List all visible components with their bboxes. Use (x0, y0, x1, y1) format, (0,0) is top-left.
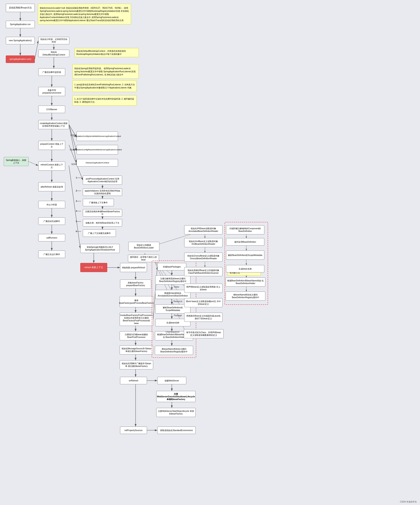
step5-label: 5—— (76, 220, 81, 223)
gen-bean-name2-node: 生成bean名称 (226, 265, 264, 272)
new-spring-note-label: 初始化resourceLoader=null; 初始化应能应用程序类型（SERV… (40, 6, 129, 22)
default-ctx-note: 初始化DefaultBootstrapContext，共将某此实例添加到 Boo… (75, 48, 139, 57)
after-refresh-node: afterRefresh 刷新后处理 (38, 182, 65, 191)
create-webserver-node: 创建WebServer (157, 377, 186, 384)
spring-run-label: SpringApplication.run (10, 23, 31, 26)
prepare-env-node: 准备环境 prepareEnvironment (38, 87, 65, 96)
charseq-load-node: 将字符形式转为Class，并用声明bean 定义读取器加载数量类的定义 (184, 329, 224, 338)
register-bean-node: 注册启动类的单例Bean到beanFactory中 (83, 209, 122, 217)
servlet-node: AnnotationConfigServletWebServerApplicat… (77, 132, 118, 141)
svg-line-17 (69, 125, 77, 151)
main-entry-node: 启动应用程序main方法 (6, 4, 35, 12)
new-spring-label: new SpringApplication() (9, 39, 32, 42)
init-broadcast2-node: 初始化应用事件广播器并与bean单 例注册到beanFactory (120, 360, 153, 369)
classpath-scanner-node: 初始化类路径Bean定义扫描器对象 ClassPathBeanDefinitio… (184, 267, 223, 276)
register-shutdown-node: 注册 WebServerGracefulShutdownLifecycle单例到… (156, 391, 196, 402)
package-label: Package (174, 314, 182, 316)
init-timer-node: 初始化计时器，记录程序启动时间 (38, 37, 69, 44)
scan-bd-node: 扫描到被注解修饰的Component的 BeanDefinition (226, 225, 264, 234)
spring-listener-note: 初始化Spring应用程序监听器。 使用SpringFactoriesLoade… (72, 64, 139, 79)
init-prop-sources-node: initPropertySources (120, 427, 147, 434)
diagram-container: 启动应用程序main方法 初始化resourceLoader=null; 初始化… (0, 0, 420, 505)
invoke-bf-post-node: InvokeBeanFactoryPostProcessors 实例化并使用所有… (120, 313, 153, 326)
broadcast-listener-node: 广播启动事件监听器 (38, 68, 65, 76)
broadcast-running-node: 广播正在运行事件 (38, 251, 65, 258)
svg-line-3 (35, 41, 38, 59)
none-node: AbstractApplicationContext (77, 159, 118, 166)
new-spring-node: new SpringApplication() (6, 37, 35, 44)
spring-core-node: Spring框架核心，刷新上下文 (4, 157, 29, 166)
apply-init-node: applyInitializers 应用所有应用程序初始化器的初始化逻辑 (83, 189, 122, 196)
prepare-refresh-node: 准备刷新 prepareRefresh (120, 263, 147, 272)
groovy-reader-node: 初始化GroovyBean定义读取器对象 GroovyBeanDefinitio… (184, 252, 223, 262)
print-banner-node: 打印Banner (38, 106, 65, 113)
groovy-load-node: 用类路径Bean定义扫描器扫描 java包路径下的bean定义 (184, 313, 223, 322)
create-ctx-node: createApplicationContext 根据应用程序类型创建上下文 (38, 120, 69, 129)
loop-bd-node: 循环处理BeanDefinition (226, 238, 264, 246)
load-close-node: 加载主类，将所有Bean到应用上下文 (83, 219, 122, 227)
main-entry-label: 启动应用程序main方法 (9, 6, 32, 9)
spring-core-label: Spring框架核心，刷新上下文 (5, 159, 27, 164)
footer: CSDN 苦逼程序员 (400, 500, 417, 503)
apply-qualifiers2-node: 根据BeanDefinition和beanName初始 化BeanDefinit… (226, 278, 265, 287)
broadcast-loaded-node: 广播上下文加载完成事件 (83, 229, 116, 237)
parse-bd-scope-node: 解析BeanDefinition的ScopeMetadata (226, 251, 264, 260)
class-label: Class (174, 286, 179, 288)
init-default-ctx-node: 初始化DefaultBootstrapContext (38, 50, 69, 57)
annotated-reader-node: 初始化声明bean读取器对象 AnnotatedBeanDefinitionRe… (184, 225, 223, 234)
refresh-red-node: refresh 刷新上下文 (80, 263, 107, 272)
init-msg-node: 初始化MessageSource并与bean 单例注册到beanFactory (120, 345, 153, 354)
xml-reader-node: 初始化XmlBean定义读取器对象 XmlBeanDefinitionReade… (184, 238, 223, 247)
event-publish-note: 1. java反射动态实例化EventPublishingRunListener… (72, 80, 137, 92)
new-spring-note: 初始化resourceLoader=null; 初始化应能应用程序类型（SERV… (38, 4, 131, 25)
call-runners-node: callRunners (38, 234, 65, 241)
step6-label: 6—— (76, 230, 81, 233)
get-std-env-node: 获取或初始化StandardEnvironment (157, 427, 196, 434)
sound-load-xml-node: 用声明bean定义读取器处理类路 径上的bean (184, 284, 223, 293)
on-refresh-node: onRefresh (120, 377, 147, 384)
put-beanname2-node: 将beanName和别名注册到 BeanDefinitionRegistry缓存… (226, 291, 265, 301)
stop-timer-node: 停止计时器 (38, 201, 65, 208)
broadcast-ctx-prepared-node: 广播准备上下文事件 (83, 199, 114, 206)
prepare-ctx-node: prepareContext 准备上下文 (38, 141, 65, 150)
svg-line-18 (69, 125, 77, 163)
step3-label: 3—— (76, 200, 81, 202)
post-bf-node: 修改 beanFactorypostProcessBeanFactory (120, 296, 153, 307)
xml-load-node: 用xml bean定义读取器加载xml文 件中的bean定义 (184, 298, 223, 307)
prepare-bf-node: 准备beanFactory prepareBeanFactory (120, 279, 151, 289)
resource-label: Resource (174, 300, 182, 303)
step1-label: 1—— (76, 177, 81, 179)
spring-run-node: SpringApplication.run (6, 21, 35, 28)
charseq-label: CharSequence (166, 331, 180, 333)
register-lifecycle-node: 注册WebServerStartStopLifecycle 单例到beanFac… (156, 408, 196, 417)
step2-label: 2—— (76, 190, 81, 192)
spring-run2-label: springApplication.run() (9, 58, 31, 61)
svg-line-61 (29, 162, 38, 166)
filter-listener-note: 1. 从11个监听器实例中过滤出符合此事件的监听器; 2. 循环遍历监听器; 3… (72, 95, 137, 106)
register-bp-node: 注册指示拦截bean创建的 BeanPostProcessor (120, 331, 153, 340)
spring-run2-node: springApplication.run() (6, 56, 35, 63)
post-process-ctx-node: postProcessApplicationContext 应用Applicat… (83, 176, 122, 185)
step4-label: 4—— (76, 210, 81, 212)
broadcast-started-node: 广播启动完成事件 (38, 217, 65, 225)
init-bd-loader-node: 初始定义加载器 BeanDefinitionLoader (128, 242, 159, 251)
reactive-node: AnnotationConfigReactiveWebServerApplica… (77, 145, 118, 154)
refresh-ctx-node: refreshContext 刷新上下文 (38, 162, 65, 170)
add-shutdown-node: 添加Spring应用服务停止钩子 SpringApplicationShutdo… (80, 244, 120, 253)
